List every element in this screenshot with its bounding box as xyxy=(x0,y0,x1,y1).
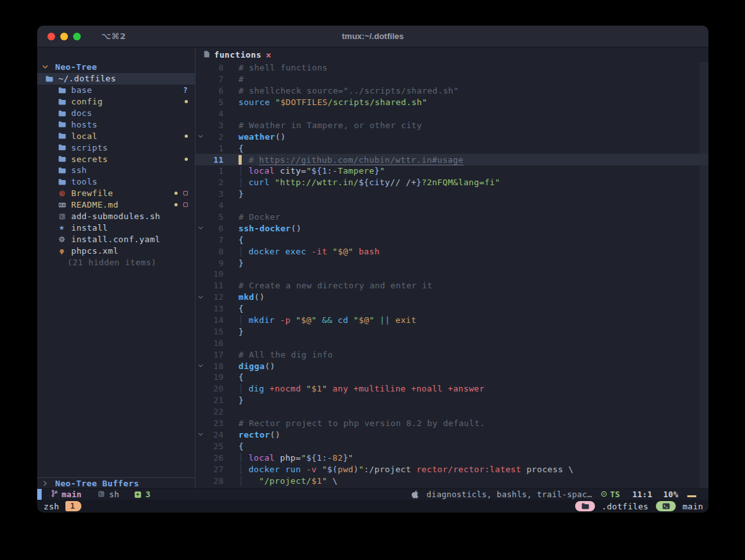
tree-item-docs[interactable]: docs xyxy=(37,108,195,119)
code-line[interactable]: 4 xyxy=(196,108,708,120)
code-text: │docker run -v "$(pwd)":/project rector/… xyxy=(239,465,574,474)
git-status-badges xyxy=(185,135,188,138)
tree-item-label: ssh xyxy=(71,165,87,175)
folder-icon xyxy=(56,87,67,94)
code-line[interactable]: 13{ xyxy=(196,303,708,315)
code-line[interactable]: 9} xyxy=(196,257,708,268)
tree-item-scripts[interactable]: scripts xyxy=(37,142,195,153)
code-text: # Create a new directory and enter it xyxy=(239,281,433,290)
tree-item-install-conf-yaml[interactable]: install.conf.yaml xyxy=(37,233,195,245)
token: } xyxy=(239,189,244,199)
code-line[interactable]: 5# Docker xyxy=(196,211,708,223)
code-line[interactable]: 17# All the dig info xyxy=(196,349,708,360)
tree-item-brewfile[interactable]: Brewfile xyxy=(37,188,195,199)
indent-guide: │ xyxy=(239,465,249,474)
code-line[interactable]: 15} xyxy=(196,325,708,337)
code-line-current[interactable]: 11# https://github.com/chubin/wttr.in#us… xyxy=(196,154,708,165)
code-line[interactable]: 1{ xyxy=(196,142,708,154)
token: () xyxy=(270,430,280,440)
fold-chevron-icon[interactable] xyxy=(196,226,205,230)
tree-item-readme-md[interactable]: README.md xyxy=(37,199,195,211)
cursor-position: 11:1 xyxy=(632,490,652,499)
code-line[interactable]: 2weather() xyxy=(196,131,708,142)
folder-icon xyxy=(56,99,67,105)
code-line[interactable]: 5source "$DOTFILES/scripts/shared.sh" xyxy=(196,97,708,108)
code-line[interactable]: 14│mkdir -p "$@" && cd "$@" || exit xyxy=(196,315,708,326)
code-line[interactable]: 1│local city="${1:-Tampere}" xyxy=(196,165,708,177)
line-number: 17 xyxy=(205,350,224,359)
code-line[interactable]: 10 xyxy=(196,268,708,280)
token xyxy=(301,384,306,393)
code-line[interactable]: 28│ "/project/$1" \ xyxy=(196,475,708,486)
code-line[interactable]: 22 xyxy=(196,406,708,418)
tree-item-label: README.md xyxy=(71,200,119,210)
fold-chevron-icon[interactable] xyxy=(196,432,205,436)
neo-tree-buffers-header[interactable]: Neo-Tree Buffers xyxy=(37,477,195,488)
code-buffer[interactable]: 8# shell functions7#6# shellcheck source… xyxy=(196,62,708,488)
line-number: 5 xyxy=(205,212,224,222)
tmux-window-zsh[interactable]: zsh 1 xyxy=(44,501,81,511)
tree-root-dotfiles[interactable]: ~/.dotfiles xyxy=(37,73,195,85)
code-line[interactable]: 18digga() xyxy=(196,360,708,372)
tree-item-phpcs-xml[interactable]: φphpcs.xml xyxy=(37,245,195,256)
git-modified-dot-icon xyxy=(174,203,178,206)
token: curl xyxy=(249,177,270,187)
code-text: { xyxy=(239,441,244,451)
line-number: 28 xyxy=(205,476,224,486)
fold-chevron-icon[interactable] xyxy=(196,295,205,299)
code-line[interactable]: 8│docker exec -it "$@" bash xyxy=(196,245,708,257)
main-area: Neo-Tree ~/.dotfiles base?configdocshost… xyxy=(37,47,708,488)
code-line[interactable]: 27│docker run -v "$(pwd)":/project recto… xyxy=(196,463,708,475)
code-line[interactable]: 6# shellcheck source="../scripts/shared.… xyxy=(196,85,708,97)
tree-item-label: hosts xyxy=(71,120,97,129)
tree-item-label: install xyxy=(71,223,108,233)
treesitter-label: TS xyxy=(610,490,621,499)
tree-item-local[interactable]: local xyxy=(37,130,195,142)
token xyxy=(275,453,280,463)
tree-item-secrets[interactable]: secrets xyxy=(37,153,195,165)
code-line[interactable]: 21} xyxy=(196,395,708,406)
line-number: 7 xyxy=(205,235,224,245)
token xyxy=(275,166,280,176)
neo-tree-header[interactable]: Neo-Tree xyxy=(37,62,195,73)
token: $@ xyxy=(358,315,369,325)
code-line[interactable]: 12mkd() xyxy=(196,292,708,303)
tree-item-install[interactable]: ★install xyxy=(37,222,195,233)
code-line[interactable]: 26│local php="${1:-82}" xyxy=(196,452,708,463)
line-number: 8 xyxy=(205,63,224,72)
code-line[interactable]: 4 xyxy=(196,200,708,211)
code-line[interactable]: 3# Weather in Tampere, or other city xyxy=(196,119,708,131)
code-line[interactable]: 6ssh-docker() xyxy=(196,222,708,234)
token: () xyxy=(265,361,275,371)
code-text: │local php="${1:-82}" xyxy=(239,453,353,463)
tree-item-tools[interactable]: tools xyxy=(37,176,195,188)
code-line[interactable]: 20│dig +nocmd "$1" any +multiline +noall… xyxy=(196,383,708,395)
code-line[interactable]: 3} xyxy=(196,188,708,200)
code-line[interactable]: 8# shell functions xyxy=(196,62,708,74)
code-line[interactable]: 2│curl "http://wttr.in/${city// /+}?2nFQ… xyxy=(196,177,708,188)
token: /scripts/shared.sh" xyxy=(328,97,427,107)
token: "/project/ xyxy=(259,476,312,486)
token xyxy=(327,247,332,256)
git-status-badges: ? xyxy=(183,86,188,94)
code-line[interactable]: 25{ xyxy=(196,440,708,452)
token: ${ xyxy=(358,177,369,187)
code-line[interactable]: 23# Rector project to php version 8.2 by… xyxy=(196,418,708,429)
tab-functions[interactable]: functions xyxy=(214,50,262,60)
token xyxy=(563,465,568,474)
tree-item-base[interactable]: base? xyxy=(37,85,195,96)
code-line[interactable]: 19{ xyxy=(196,372,708,383)
code-line[interactable]: 7{ xyxy=(196,234,708,245)
code-line[interactable]: 11# Create a new directory and enter it xyxy=(196,280,708,292)
tree-item-config[interactable]: config xyxy=(37,96,195,108)
code-line[interactable]: 24rector() xyxy=(196,429,708,441)
code-line[interactable]: 16 xyxy=(196,337,708,349)
fold-chevron-icon[interactable] xyxy=(196,364,205,368)
tree-item-add-submodules-sh[interactable]: add-submodules.sh xyxy=(37,211,195,222)
tree-item-hosts[interactable]: hosts xyxy=(37,119,195,130)
tree-item-ssh[interactable]: ssh xyxy=(37,165,195,176)
token: -v xyxy=(306,465,317,474)
code-line[interactable]: 7# xyxy=(196,74,708,85)
close-tab-icon[interactable]: × xyxy=(266,50,271,60)
fold-chevron-icon[interactable] xyxy=(196,135,205,138)
